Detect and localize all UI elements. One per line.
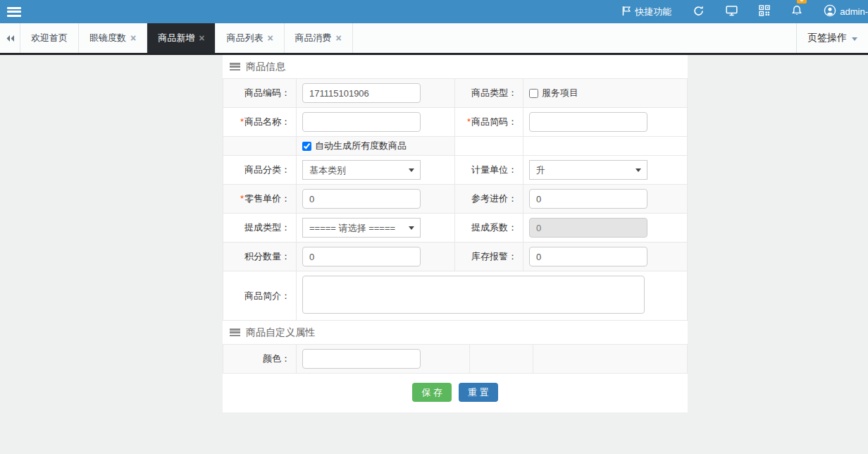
label-intro: 商品简介：	[223, 271, 297, 321]
required-mark: *	[240, 116, 244, 127]
color-input[interactable]	[302, 349, 421, 369]
label-points-qty: 积分数量：	[223, 243, 297, 271]
section-title-text: 商品自定义属性	[246, 326, 315, 339]
label-product-code: 商品编码：	[223, 79, 297, 108]
product-intro-textarea[interactable]	[302, 276, 645, 314]
tab-product-consume[interactable]: 商品消费 ×	[285, 23, 353, 53]
commission-type-select-wrap: ===== 请选择 =====	[302, 218, 421, 238]
tab-product-add[interactable]: 商品新增 ×	[147, 23, 216, 53]
quick-actions-label: 快捷功能	[635, 6, 671, 18]
label-product-type: 商品类型：	[455, 79, 523, 108]
required-mark: *	[467, 116, 471, 127]
tabs-scroll-left-button[interactable]	[0, 23, 20, 53]
empty-cell	[470, 345, 533, 374]
product-form-panel: 商品信息 商品编码： 商品类型： 服务项目 *商品名称：	[223, 55, 688, 412]
tab-label: 商品新增	[158, 32, 194, 44]
section-product-info: 商品信息	[223, 55, 688, 78]
notification-badge: 0	[797, 0, 807, 4]
product-name-input[interactable]	[302, 112, 421, 132]
auto-generate-label: 自动生成所有度数商品	[315, 140, 407, 152]
category-select-wrap: 基本类别	[302, 160, 421, 180]
tab-bar: 欢迎首页 眼镜度数 × 商品新增 × 商品列表 × 商品消费 × 页签操作	[0, 23, 868, 55]
qr-code-button[interactable]	[759, 0, 770, 23]
tab-glasses-degree[interactable]: 眼镜度数 ×	[79, 23, 147, 53]
required-mark: *	[240, 193, 244, 204]
points-qty-input[interactable]	[302, 247, 421, 266]
quick-actions-button[interactable]: 快捷功能	[621, 0, 671, 23]
refresh-icon	[693, 5, 705, 19]
retail-price-input[interactable]	[302, 189, 421, 209]
tab-label: 眼镜度数	[89, 32, 126, 44]
service-item-checkbox[interactable]	[529, 89, 538, 98]
category-select[interactable]: 基本类别	[302, 160, 421, 180]
row-auto-generate: 自动生成所有度数商品	[223, 137, 688, 156]
empty-cell	[533, 345, 688, 374]
tab-close-icon[interactable]: ×	[199, 33, 204, 43]
refresh-button[interactable]	[693, 0, 705, 23]
stock-alert-input[interactable]	[529, 247, 647, 266]
flag-icon	[621, 6, 631, 18]
row-prices: *零售单价： 参考进价：	[223, 185, 688, 214]
notifications-button[interactable]: 0	[791, 0, 802, 23]
label-stock-alert: 库存报警：	[455, 243, 523, 271]
section-custom-attrs: 商品自定义属性	[223, 321, 688, 344]
menu-toggle-icon[interactable]	[7, 7, 21, 17]
label-product-name: *商品名称：	[223, 108, 297, 137]
tab-operations-dropdown[interactable]: 页签操作	[796, 23, 868, 53]
row-name-shortcode: *商品名称： *商品简码：	[223, 108, 688, 137]
list-bars-icon	[230, 329, 240, 336]
label-category: 商品分类：	[223, 156, 297, 185]
row-commission: 提成类型： ===== 请选择 ===== 提成系数：	[223, 214, 688, 243]
unit-select[interactable]: 升	[529, 160, 647, 180]
top-nav-bar: 快捷功能 0 admin-	[0, 0, 868, 23]
row-points-stock: 积分数量： 库存报警：	[223, 243, 688, 271]
tab-close-icon[interactable]: ×	[336, 33, 342, 43]
row-color: 颜色：	[223, 345, 688, 374]
section-title-text: 商品信息	[246, 61, 285, 73]
auto-generate-checkbox[interactable]	[302, 142, 311, 151]
user-avatar-icon	[824, 4, 836, 19]
row-category-unit: 商品分类： 基本类别 计量单位： 升	[223, 156, 688, 185]
label-retail-price: *零售单价：	[223, 185, 297, 214]
product-code-input[interactable]	[302, 83, 421, 103]
tab-label: 欢迎首页	[31, 32, 68, 44]
custom-attrs-table: 颜色：	[223, 344, 688, 374]
commission-type-select[interactable]: ===== 请选择 =====	[302, 218, 421, 238]
short-code-input[interactable]	[529, 112, 647, 132]
tab-close-icon[interactable]: ×	[130, 33, 136, 43]
label-reference-price: 参考进价：	[455, 185, 523, 214]
main-content: 商品信息 商品编码： 商品类型： 服务项目 *商品名称：	[0, 55, 868, 412]
qr-grid-icon	[759, 5, 770, 18]
tab-label: 商品消费	[295, 32, 332, 44]
label-color: 颜色：	[223, 345, 297, 374]
tab-operations-label: 页签操作	[807, 32, 847, 44]
list-bars-icon	[230, 63, 240, 70]
commission-factor-input	[529, 218, 647, 238]
empty-cell	[455, 137, 523, 156]
tab-close-icon[interactable]: ×	[267, 33, 273, 43]
reset-button[interactable]: 重 置	[459, 383, 498, 402]
label-unit: 计量单位：	[455, 156, 523, 185]
tab-product-list[interactable]: 商品列表 ×	[216, 23, 284, 53]
service-item-label: 服务项目	[542, 87, 578, 99]
product-info-table: 商品编码： 商品类型： 服务项目 *商品名称： *商品简码：	[223, 78, 688, 321]
monitor-icon	[726, 5, 738, 18]
username-label: admin-	[840, 6, 868, 17]
chevron-down-icon	[852, 37, 857, 41]
form-actions: 保 存 重 置	[223, 374, 688, 412]
empty-label-cell	[223, 137, 297, 156]
user-menu[interactable]: admin-	[824, 0, 868, 23]
save-button[interactable]: 保 存	[412, 383, 452, 402]
label-short-code: *商品简码：	[455, 108, 523, 137]
tab-welcome[interactable]: 欢迎首页	[20, 23, 79, 53]
row-intro: 商品简介：	[223, 271, 688, 321]
lock-screen-button[interactable]	[726, 0, 738, 23]
row-code-type: 商品编码： 商品类型： 服务项目	[223, 79, 688, 108]
bell-icon	[791, 5, 802, 18]
label-commission-type: 提成类型：	[223, 214, 297, 243]
label-commission-factor: 提成系数：	[455, 214, 523, 243]
tab-label: 商品列表	[226, 32, 263, 44]
empty-cell	[523, 137, 688, 156]
unit-select-wrap: 升	[529, 160, 647, 180]
reference-price-input[interactable]	[529, 189, 647, 209]
